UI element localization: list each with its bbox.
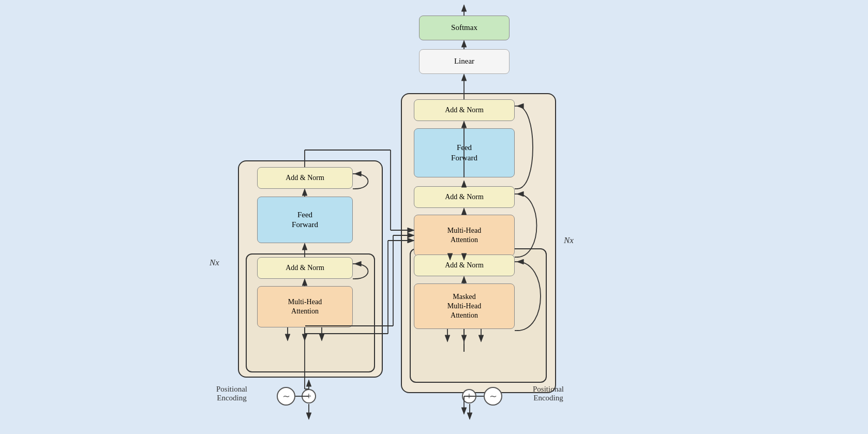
softmax-box: Softmax [419,16,510,40]
decoder-masked-multi-head-attention: MaskedMulti-HeadAttention [414,283,515,329]
decoder-nx-label: Nx [564,235,574,246]
encoder-wave: ∼ [277,387,295,406]
decoder-feed-forward: FeedForward [414,128,515,177]
encoder-multi-head-attention: Multi-HeadAttention [257,286,353,327]
diagram-container: Add & Norm FeedForward Add & Norm Multi-… [0,0,868,434]
encoder-nx-label: Nx [209,258,219,268]
encoder-add-norm-1: Add & Norm [257,167,353,189]
encoder-positional-encoding-label: PositionalEncoding [201,385,263,402]
decoder-plus: + [462,389,476,403]
linear-box: Linear [419,49,510,74]
decoder-add-norm-1: Add & Norm [414,99,515,121]
decoder-positional-encoding-label: PositionalEncoding [512,385,585,402]
decoder-multi-head-attention: Multi-HeadAttention [414,215,515,256]
decoder-add-norm-2: Add & Norm [414,186,515,208]
decoder-add-norm-3: Add & Norm [414,255,515,276]
decoder-wave: ∼ [484,387,502,406]
encoder-add-norm-2: Add & Norm [257,257,353,279]
encoder-plus: + [302,389,316,403]
encoder-feed-forward: FeedForward [257,197,353,243]
